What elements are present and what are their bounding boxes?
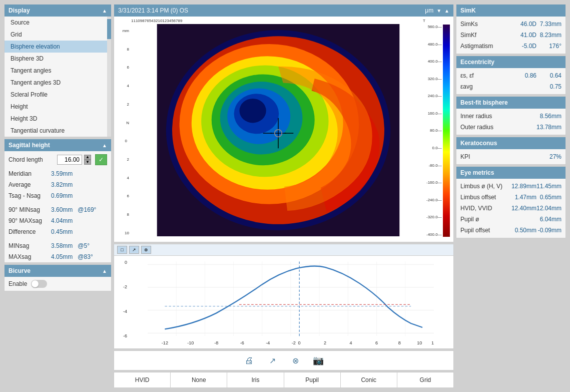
hvid-vvid-row: HVID, VVID 12.40mm 12.04mm: [456, 203, 565, 214]
kpi-label: KPI: [460, 153, 534, 160]
eccentricity-body: εs, εf 0.86 0.64 εavg 0.75: [456, 68, 565, 94]
chord-length-input[interactable]: [57, 155, 82, 165]
pupil-size-val: 6.04mm: [534, 216, 561, 223]
bicurve-arrow: ▲: [102, 268, 107, 274]
menu-item-bisphere-3d[interactable]: Bisphere 3D: [5, 53, 107, 65]
tsag-nsag-label: Tsag - Nsag: [9, 192, 51, 199]
menu-item-height-3d[interactable]: Height 3D: [5, 113, 107, 125]
kpi-val: 27%: [534, 153, 561, 160]
display-title: Display: [9, 7, 30, 14]
chord-confirm-button[interactable]: ✓: [95, 154, 107, 165]
scale-320: 320.0—: [426, 77, 442, 81]
close-button[interactable]: ⊗: [286, 353, 304, 368]
menu-item-bisphere-elevation[interactable]: Bisphere elevation: [5, 41, 107, 53]
menu-item-tangential-curvature[interactable]: Tangential curvature: [5, 125, 107, 137]
chart-btn-1[interactable]: □: [117, 246, 127, 254]
menu-item-grid[interactable]: Grid: [5, 29, 107, 41]
ruler-label-8b: 8: [116, 212, 129, 217]
pupil-offset-val1: 0.50mm: [509, 227, 536, 234]
sagittal-arrow: ▲: [102, 143, 107, 148]
tab-conic[interactable]: Conic: [341, 372, 397, 387]
outer-radius-label: Outer radius: [460, 124, 534, 131]
camera-button[interactable]: 📷: [309, 353, 327, 368]
chart-btn-3[interactable]: ⊗: [141, 246, 151, 254]
max-sag-value: 4.05mm: [51, 253, 73, 260]
svg-point-10: [239, 99, 266, 123]
sagittal-header[interactable]: Sagittal height ▲: [5, 139, 111, 151]
toggle-knob: [32, 280, 39, 287]
svg-text:-12: -12: [162, 340, 168, 345]
bicurve-title: Bicurve: [9, 267, 31, 274]
eccentricity-section: Eccentricity εs, εf 0.86 0.64 εavg 0.75: [456, 56, 566, 95]
max-sag-row: MAXsag 4.05mm @83°: [5, 251, 111, 262]
ruler-11: 11: [131, 19, 136, 23]
scale-n320: -320.0—: [426, 215, 442, 219]
menu-item-tangent-angles-3d[interactable]: Tangent angles 3D: [5, 77, 107, 89]
spinner-down-button[interactable]: ▼: [84, 160, 91, 165]
center-panel: 3/31/2021 3:14 PM (0) OS μm ▼ ▲ mm 8 6 4…: [114, 4, 454, 388]
eye-metrics-section: Eye metrics Limbus ø (H, V) 12.89mm 11.4…: [456, 166, 566, 238]
left-panel: Display ▲ Source Grid Bisphere elevation…: [4, 4, 112, 388]
keratoconus-section: Keratoconus KPI 27%: [456, 137, 566, 165]
simk-title: SimK: [460, 7, 476, 14]
scrollbar-thumb[interactable]: [107, 19, 111, 39]
limbus-hv-val1: 12.89mm: [509, 183, 536, 190]
simks-row: SimKs 46.0D 7.33mm: [456, 19, 565, 30]
menu-item-scleral-profile[interactable]: Scleral Profile: [5, 89, 107, 101]
bicurve-section: Bicurve ▲ Enable: [4, 264, 112, 291]
sagittal-section: Sagittal height ▲ Chord length ▲ ▼ ✓ Mer…: [4, 139, 112, 263]
chord-spinner: ▲ ▼: [84, 155, 91, 165]
tab-hvid[interactable]: HVID: [114, 372, 171, 387]
eccentricity-header: Eccentricity: [456, 56, 565, 68]
map-collapse-arrow[interactable]: ▲: [444, 8, 449, 14]
svg-text:0: 0: [298, 340, 301, 345]
simks-val2: 7.33mm: [536, 21, 561, 28]
svg-text:-4: -4: [266, 340, 270, 345]
ruler-label-4: 4: [116, 84, 129, 88]
spinner-up-button[interactable]: ▲: [84, 155, 91, 160]
ruler-label-8t: 8: [116, 47, 129, 52]
ruler-label-2b: 2: [116, 157, 129, 162]
scale-160: 160.0—: [426, 111, 442, 116]
bicurve-header[interactable]: Bicurve ▲: [5, 265, 111, 277]
scrollbar-track: [107, 17, 111, 137]
tab-none[interactable]: None: [171, 372, 227, 387]
menu-item-tangent-angles[interactable]: Tangent angles: [5, 65, 107, 77]
hvid-vvid-label: HVID, VVID: [460, 205, 509, 212]
tab-iris[interactable]: Iris: [227, 372, 284, 387]
tab-pupil[interactable]: Pupil: [284, 372, 341, 387]
ruler-label-4b: 4: [116, 176, 129, 180]
ruler-label-n: N: [116, 121, 129, 125]
map-header-right: μm ▼ ▲: [425, 7, 449, 14]
es-ef-val1: 0.86: [509, 72, 536, 79]
min-sag-row: MINsag 3.58mm @5°: [5, 240, 111, 251]
max-sag-label: MAXsag: [9, 253, 51, 260]
min-sag-90-label: 90° MINsag: [9, 206, 51, 213]
eavg-row: εavg 0.75: [456, 81, 565, 92]
enable-toggle[interactable]: [31, 280, 47, 288]
limbus-hv-row: Limbus ø (H, V) 12.89mm 11.45mm: [456, 181, 565, 192]
eavg-val1: 0.75: [534, 83, 561, 90]
print-button[interactable]: 🖨: [240, 353, 258, 368]
menu-item-height[interactable]: Height: [5, 101, 107, 113]
export-button[interactable]: ↗: [263, 353, 281, 368]
svg-text:-6: -6: [240, 340, 244, 345]
display-header[interactable]: Display ▲: [5, 5, 111, 17]
tab-grid[interactable]: Grid: [397, 372, 453, 387]
keratoconus-body: KPI 27%: [456, 149, 565, 164]
scale-480: 480.0—: [426, 42, 442, 47]
svg-text:-8: -8: [214, 340, 218, 345]
hvid-vvid-val2: 12.04mm: [536, 205, 561, 212]
ruler-label-2t: 2: [116, 102, 129, 107]
min-sag-value: 3.58mm: [51, 242, 73, 249]
max-sag-90-value: 4.04mm: [51, 217, 73, 224]
svg-text:6: 6: [375, 340, 378, 345]
chart-btn-2[interactable]: ↗: [129, 246, 139, 254]
simkf-row: SimKf 41.0D 8.23mm: [456, 30, 565, 41]
limbus-offset-val2: 0.65mm: [536, 194, 561, 201]
chart-toolbar: □ ↗ ⊗: [114, 244, 453, 256]
meridian-label: Meridian: [9, 170, 51, 177]
unit-dropdown-arrow[interactable]: ▼: [436, 8, 441, 14]
simkf-label: SimKf: [460, 32, 509, 39]
menu-item-source[interactable]: Source: [5, 17, 107, 29]
